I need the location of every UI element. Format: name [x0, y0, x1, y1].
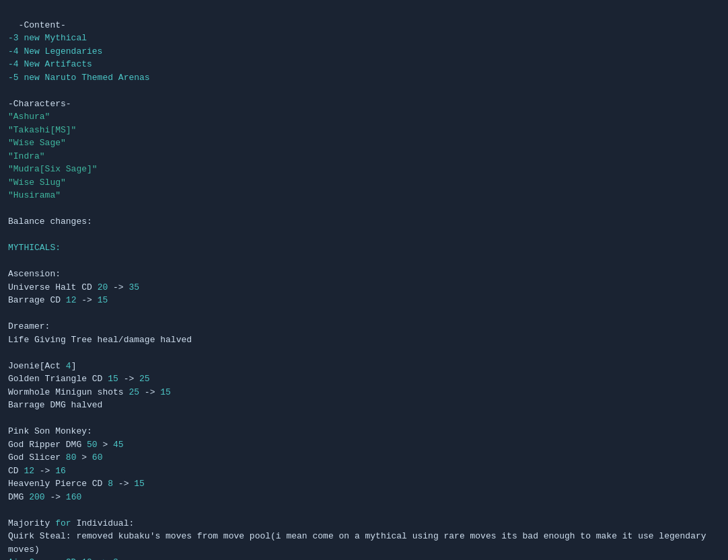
golden-triangle-line: Golden Triangle CD 15 -> 25 [8, 374, 150, 384]
content-header: -Content- [19, 20, 66, 30]
god-slicer-line: God Slicer 80 > 60 [8, 452, 102, 463]
wormhole-line: Wormhole Minigun shots 25 -> 15 [8, 387, 171, 397]
majority-line: Majority for Individual: [8, 518, 134, 528]
god-ripper-line: God Ripper DMG 50 > 45 [8, 440, 124, 450]
main-content: -Content- -3 new Mythical -4 New Legenda… [8, 5, 720, 560]
dreamer-header: Dreamer: [8, 321, 50, 331]
barrage-dmg-line: Barrage DMG halved [8, 400, 102, 410]
joenie-header: Joenie[Act 4] [8, 361, 76, 371]
line-legendaries: -4 New Legendaries [8, 46, 102, 56]
air-cannon-line: Air Cannon CD 10 -> 8 [8, 557, 118, 560]
cd-line: CD 12 -> 16 [8, 466, 66, 476]
mythicals-header: MYTHICALS: [8, 243, 61, 253]
universe-halt-line: Universe Halt CD 20 -> 35 [8, 282, 139, 292]
characters-header: -Characters- [8, 99, 71, 109]
barrage-cd-line1: Barrage CD 12 -> 15 [8, 295, 108, 305]
balance-changes-label: Balance changes: [8, 216, 92, 227]
line-mythical: -3 new Mythical [8, 33, 87, 43]
char-takashi: "Takashi[MS]" [8, 125, 76, 135]
char-indra: "Indra" [8, 151, 45, 161]
line-arenas: -5 new Naruto Themed Arenas [8, 73, 150, 83]
heavenly-pierce-line: Heavenly Pierce CD 8 -> 15 [8, 479, 145, 489]
dmg-line: DMG 200 -> 160 [8, 492, 81, 502]
char-husirama: "Husirama" [8, 190, 61, 200]
pink-son-monkey-header: Pink Son Monkey: [8, 426, 92, 436]
char-mudra: "Mudra[Six Sage]" [8, 164, 98, 174]
char-wise-slug: "Wise Slug" [8, 177, 66, 188]
ascension-header: Ascension: [8, 269, 61, 279]
char-wise-sage: "Wise Sage" [8, 138, 66, 148]
life-giving-tree-line: Life Giving Tree heal/damage halved [8, 335, 192, 345]
quirk-steal-line: Quirk Steal: removed kubaku's moves from… [8, 531, 711, 555]
char-ashura: "Ashura" [8, 112, 50, 122]
line-artifacts: -4 New Artifacts [8, 59, 92, 69]
